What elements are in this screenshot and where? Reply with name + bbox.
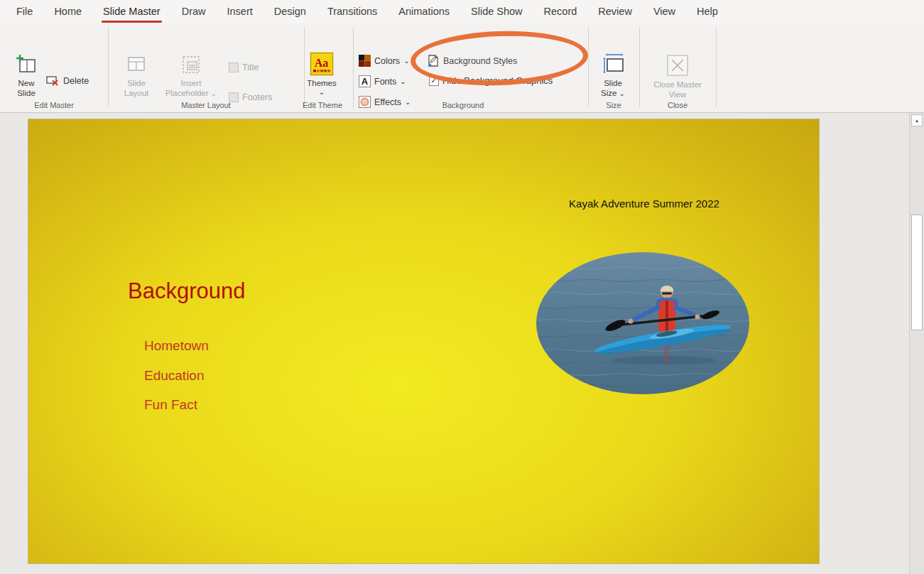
- colors-button[interactable]: Colors ⌄: [359, 55, 410, 67]
- group-label-size: Size: [588, 101, 639, 109]
- title-checkbox[interactable]: Title: [229, 63, 259, 72]
- delete-button[interactable]: Delete: [45, 75, 89, 87]
- themes-button[interactable]: Aa Themes ⌄: [305, 52, 338, 94]
- new-slide-button[interactable]: New Slide: [9, 53, 44, 99]
- new-slide-label: New Slide: [9, 78, 44, 99]
- vertical-scrollbar[interactable]: ▲: [909, 113, 924, 574]
- tab-design[interactable]: Design: [263, 0, 317, 23]
- svg-text:Aa: Aa: [315, 57, 329, 69]
- kayak-photo-oval[interactable]: [536, 252, 749, 394]
- colors-label: Colors: [374, 56, 400, 66]
- slide-bullet-fun-fact[interactable]: Fun Fact: [144, 397, 197, 413]
- tab-insert[interactable]: Insert: [217, 0, 263, 23]
- chevron-down-icon: ⌄: [403, 59, 409, 63]
- chevron-down-icon: ⌄: [319, 90, 325, 94]
- slide-layout-button[interactable]: Slide Layout: [116, 55, 157, 99]
- tab-record[interactable]: Record: [533, 0, 588, 23]
- group-divider: [108, 27, 109, 107]
- group-label-edit-theme: Edit Theme: [291, 101, 354, 109]
- fonts-label: Fonts: [374, 77, 396, 87]
- kayak-photo-illustration: [536, 252, 749, 394]
- tab-slide-show[interactable]: Slide Show: [460, 0, 533, 23]
- slide-bullet-education[interactable]: Education: [144, 368, 205, 384]
- insert-placeholder-button[interactable]: Insert Placeholder ⌄: [161, 55, 222, 99]
- themes-icon: Aa: [310, 52, 334, 76]
- hide-background-graphics-label: Hide Background Graphics: [442, 75, 553, 86]
- group-divider: [304, 27, 305, 107]
- close-master-view-icon: [665, 53, 690, 77]
- tab-file[interactable]: File: [6, 0, 43, 23]
- slide-layout-label: Slide Layout: [116, 78, 157, 99]
- slide-size-icon: [601, 53, 625, 76]
- colors-icon: [359, 55, 371, 67]
- background-styles-icon: [426, 54, 440, 67]
- group-label-close: Close: [639, 101, 716, 109]
- scrollbar-thumb[interactable]: [911, 215, 923, 330]
- chevron-down-icon: ⌄: [619, 90, 625, 97]
- fonts-button[interactable]: A Fonts ⌄: [359, 75, 406, 87]
- group-label-master-layout: Master Layout: [108, 101, 304, 109]
- tab-home[interactable]: Home: [43, 0, 92, 23]
- slide-layout-icon: [125, 55, 148, 76]
- checkbox-checked-icon: ✓: [429, 76, 439, 86]
- slide-editing-area: Kayak Adventure Summer 2022 Background H…: [0, 113, 924, 574]
- delete-label: Delete: [63, 76, 89, 86]
- group-divider: [716, 27, 717, 107]
- delete-icon: [45, 75, 60, 87]
- slide-size-button[interactable]: Slide Size ⌄: [595, 53, 631, 99]
- fonts-icon: A: [359, 75, 371, 87]
- scroll-up-arrow-icon: ▲: [915, 118, 920, 123]
- slide-canvas[interactable]: Kayak Adventure Summer 2022 Background H…: [28, 119, 819, 563]
- new-slide-icon: [15, 53, 38, 76]
- title-checkbox-label: Title: [242, 63, 259, 72]
- chevron-down-icon: ⌄: [400, 80, 406, 84]
- insert-placeholder-icon: [179, 55, 203, 76]
- group-label-background: Background: [353, 101, 573, 109]
- tab-view[interactable]: View: [643, 0, 686, 23]
- tab-animations[interactable]: Animations: [388, 0, 460, 23]
- tab-review[interactable]: Review: [587, 0, 643, 23]
- chevron-down-icon: ⌄: [211, 90, 217, 97]
- tab-draw[interactable]: Draw: [171, 0, 217, 23]
- slide-title-text[interactable]: Background: [128, 278, 245, 304]
- background-styles-label: Background Styles: [443, 56, 517, 66]
- hide-background-graphics-checkbox[interactable]: ✓ Hide Background Graphics: [429, 75, 553, 86]
- close-master-view-button[interactable]: Close Master View: [646, 53, 709, 100]
- ribbon: New Slide Delete Edit Master Slide Layou…: [0, 23, 924, 113]
- group-divider: [353, 27, 354, 107]
- svg-text:A: A: [362, 76, 369, 87]
- scroll-up-button[interactable]: ▲: [911, 114, 923, 126]
- checkbox-icon: [229, 63, 239, 72]
- tab-slide-master[interactable]: Slide Master: [92, 0, 171, 23]
- background-styles-button[interactable]: Background Styles: [426, 54, 517, 67]
- group-divider: [588, 27, 589, 107]
- slide-bullet-hometown[interactable]: Hometown: [144, 338, 209, 354]
- tab-transitions[interactable]: Transitions: [317, 0, 388, 23]
- insert-placeholder-label: Insert Placeholder ⌄: [161, 78, 222, 99]
- tab-help[interactable]: Help: [686, 0, 729, 23]
- themes-label: Themes: [307, 78, 337, 88]
- slide-size-label: Slide Size ⌄: [595, 78, 631, 99]
- slide-caption-text[interactable]: Kayak Adventure Summer 2022: [526, 197, 763, 210]
- close-master-view-label: Close Master View: [646, 80, 709, 100]
- ribbon-tab-bar: File Home Slide Master Draw Insert Desig…: [0, 0, 924, 23]
- group-divider: [639, 27, 640, 107]
- group-label-edit-master: Edit Master: [0, 101, 108, 109]
